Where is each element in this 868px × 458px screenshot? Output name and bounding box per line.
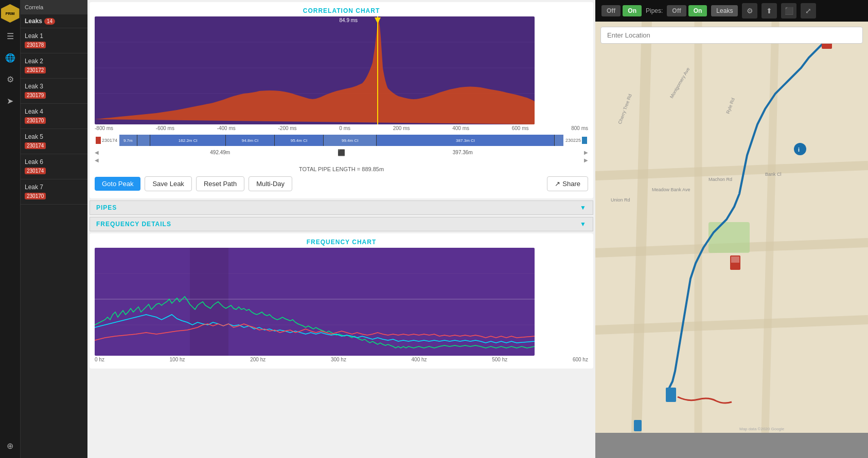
correlation-chart-svg [95, 16, 535, 124]
pipes-section-header[interactable]: PIPES ▼ [90, 200, 593, 215]
correlation-chart-card: CORRELATION CHART 84.9 ms [90, 2, 593, 198]
menu-icon[interactable]: ☰ [2, 28, 19, 44]
frequency-chart-svg [95, 248, 535, 356]
leak-list-panel: Correla Leaks 14 Leak 1 230178 Leak 2 23… [21, 0, 87, 458]
save-leak-button[interactable]: Save Leak [145, 176, 191, 191]
pipe-segment [137, 135, 151, 146]
pipe-segment [555, 135, 563, 146]
frequency-chart-card: FREQUENCY CHART [90, 233, 593, 369]
leaks-title: Leaks [25, 17, 42, 25]
map-container[interactable]: Cherry Tree Rd Montgomery Ave Ryle Rd Un… [595, 22, 868, 458]
pipes-label: Pipes: [646, 7, 663, 14]
header-label: Correla [25, 4, 43, 10]
leaks-button[interactable]: Leaks [711, 5, 738, 16]
dist-left: 492.49m [99, 150, 342, 155]
left-sidebar: PRIM ☰ 🌐 ⚙ ➤ ⊕ [0, 0, 21, 458]
pipe-segment: 9.7m [119, 135, 137, 146]
map-toolbar: Off On Pipes: Off On Leaks ⚙ ⬆ ⬛ ⤢ [595, 0, 868, 22]
frequency-details-header[interactable]: FREQUENCY DETAILS ▼ [90, 217, 593, 231]
bottom-icon[interactable]: ⊕ [2, 437, 19, 454]
multi-day-button[interactable]: Multi-Day [249, 176, 292, 191]
action-buttons: Goto Peak Save Leak Reset Path Multi-Day… [95, 172, 588, 193]
pipe-segments-row: 230174 9.7m 162.2m CI 94.8m CI 95.4m CI … [95, 134, 588, 146]
reset-path-button[interactable]: Reset Path [196, 176, 244, 191]
toggle-on-button[interactable]: On [623, 5, 642, 16]
dist-right: 397.36m [342, 150, 584, 155]
list-item[interactable]: Leak 4 230170 [21, 104, 87, 129]
svg-point-32 [794, 143, 806, 155]
pipe-bar: 9.7m 162.2m CI 94.8m CI 95.4m CI 99.4m C… [119, 135, 563, 146]
globe-icon[interactable]: 🌐 [2, 49, 19, 66]
pipe-segment: 387.3m CI [377, 135, 554, 146]
share-button[interactable]: ↗ Share [547, 176, 588, 191]
frequency-chart-wrapper [95, 248, 588, 356]
fullscreen-button[interactable]: ⤢ [801, 3, 816, 19]
map-panel: Off On Pipes: Off On Leaks ⚙ ⬆ ⬛ ⤢ [595, 0, 868, 458]
logo: PRIM [1, 4, 20, 23]
enter-location-input[interactable] [600, 27, 863, 44]
list-item[interactable]: Leak 1 230178 [21, 28, 87, 53]
svg-text:Union Rd: Union Rd [611, 197, 630, 203]
total-pipe-length: TOTAL PIPE LENGTH = 889.85m [95, 166, 588, 172]
svg-rect-6 [95, 248, 535, 356]
list-item[interactable]: Leak 5 230174 [21, 129, 87, 154]
peak-label: 84.9 ms [340, 17, 358, 23]
center-panel: CORRELATION CHART 84.9 ms [87, 0, 595, 458]
map-svg: Cherry Tree Rd Montgomery Ave Ryle Rd Un… [595, 22, 868, 433]
sensor-left: 230174 [95, 137, 117, 144]
list-item[interactable]: Leak 7 230170 [21, 179, 87, 205]
svg-text:i: i [798, 146, 800, 153]
main-toggle-group: Off On [601, 5, 642, 16]
distance-row-1: ◀ 492.49m ⬛ 397.36m ▶ [95, 149, 588, 156]
pipe-segment: 162.2m CI [150, 135, 226, 146]
x-axis-labels: -800 ms -600 ms -400 ms -200 ms 0 ms 200… [95, 124, 588, 132]
correlation-chart-wrapper: 84.9 ms [95, 16, 588, 124]
export-button[interactable]: ⬛ [781, 3, 796, 19]
svg-rect-10 [190, 248, 228, 356]
pipe-segment: 95.4m CI [275, 135, 324, 146]
correlation-chart-title: CORRELATION CHART [95, 7, 588, 14]
settings-map-button[interactable]: ⚙ [742, 3, 757, 19]
pipes-off-button[interactable]: Off [667, 5, 686, 16]
pipe-segment: 94.8m CI [226, 135, 275, 146]
svg-rect-26 [708, 222, 750, 253]
svg-text:Machon Rd: Machon Rd [708, 177, 732, 182]
forward-icon[interactable]: ➤ [2, 93, 19, 109]
list-item[interactable]: Leak 3 230179 [21, 79, 87, 104]
leak-panel-header: Correla [21, 0, 87, 14]
frequency-chart-title: FREQUENCY CHART [95, 239, 588, 246]
distance-row-2: ◀ ▶ [95, 156, 588, 164]
upload-button[interactable]: ⬆ [761, 3, 777, 19]
list-item[interactable]: Leak 6 230174 [21, 154, 87, 179]
svg-text:Bank Cl: Bank Cl [765, 172, 782, 177]
sensor-right: 230225 [565, 137, 588, 144]
goto-peak-button[interactable]: Goto Peak [95, 177, 140, 191]
svg-rect-30 [731, 257, 739, 263]
svg-text:Meadow Bank Ave: Meadow Bank Ave [652, 187, 690, 192]
freq-x-axis: 0 hz 100 hz 200 hz 300 hz 400 hz 500 hz … [95, 356, 588, 363]
list-item[interactable]: Leak 2 230172 [21, 53, 87, 79]
pipes-on-button[interactable]: On [688, 5, 707, 16]
share-icon: ↗ [555, 180, 560, 188]
svg-rect-31 [666, 388, 676, 402]
chevron-down-icon: ▼ [580, 204, 587, 211]
pipe-segment: 99.4m CI [324, 135, 377, 146]
toggle-off-button[interactable]: Off [601, 5, 621, 16]
sensor-icon-left [96, 137, 101, 144]
leaks-header: Leaks 14 [21, 14, 87, 28]
svg-text:Map data ©2020 Google: Map data ©2020 Google [739, 427, 785, 431]
leak-count: 14 [44, 18, 55, 25]
settings-icon[interactable]: ⚙ [2, 71, 19, 87]
svg-rect-34 [634, 420, 642, 431]
chevron-down-icon: ▼ [580, 221, 587, 228]
pipes-toggle-group: Off On [667, 5, 707, 16]
sensor-icon-right [582, 137, 587, 144]
